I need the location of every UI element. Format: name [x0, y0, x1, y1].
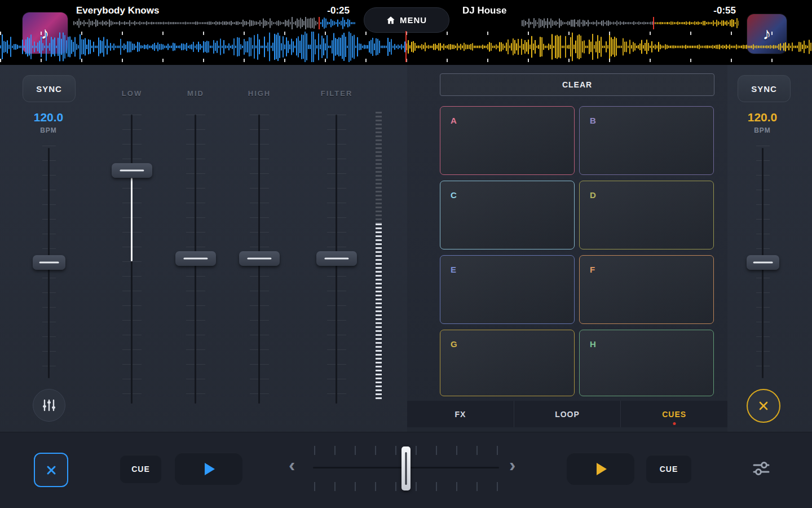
eq-label-mid: MID	[167, 89, 224, 98]
left-track-time: -0:25	[313, 5, 350, 16]
left-bpm-value: 120.0	[20, 111, 77, 124]
left-play-button[interactable]	[175, 453, 242, 485]
tab-cues[interactable]: CUES	[620, 401, 727, 427]
eq-mid-fader[interactable]	[175, 251, 216, 266]
left-close-button[interactable]	[34, 453, 68, 487]
crossfader-handle[interactable]	[401, 446, 411, 491]
pad-e[interactable]: E	[440, 255, 575, 324]
fx-tabs: FX LOOP CUES	[407, 401, 727, 427]
menu-label: MENU	[400, 15, 427, 25]
pad-h-label: H	[590, 339, 596, 349]
tab-fx[interactable]: FX	[407, 401, 514, 427]
eq-label-high: HIGH	[231, 89, 288, 98]
pad-d-label: D	[590, 190, 596, 200]
right-close-button[interactable]	[747, 389, 780, 423]
top-bar: ♪ Everybody Knows -0:25 MENU DJ House -0…	[0, 0, 812, 65]
crossfader[interactable]	[307, 440, 505, 497]
left-overview-playhead	[319, 17, 320, 29]
dj-app: ♪ Everybody Knows -0:25 MENU DJ House -0…	[0, 0, 812, 508]
eq-low-fader[interactable]	[112, 163, 152, 178]
play-icon	[597, 463, 607, 475]
pad-g-label: G	[451, 339, 457, 349]
eq-high-fader[interactable]	[239, 251, 280, 266]
left-volume-fader[interactable]	[33, 255, 65, 270]
tab-loop-label: LOOP	[555, 410, 580, 419]
pad-c[interactable]: C	[440, 181, 575, 249]
right-bpm-label: BPM	[734, 126, 791, 134]
menu-button[interactable]: MENU	[364, 7, 449, 33]
pad-b-label: B	[590, 116, 596, 125]
notification-dot	[673, 422, 676, 425]
left-mixer-button[interactable]	[33, 389, 65, 422]
mixer-icon	[42, 398, 56, 413]
tab-loop[interactable]: LOOP	[514, 401, 621, 427]
right-overview-playhead	[653, 17, 654, 29]
main-playhead	[405, 31, 407, 62]
eq-label-low: LOW	[104, 89, 160, 98]
left-bpm-label: BPM	[20, 126, 77, 134]
right-sync-button[interactable]: SYNC	[738, 75, 791, 102]
pad-f-label: F	[590, 265, 595, 274]
close-icon	[46, 465, 57, 476]
left-cue-button[interactable]: CUE	[120, 455, 161, 483]
eq-filter-fader[interactable]	[316, 251, 357, 266]
pad-d[interactable]: D	[579, 181, 714, 249]
right-volume-fader[interactable]	[747, 255, 779, 270]
right-cue-button[interactable]: CUE	[646, 455, 691, 483]
eq-low-value-line	[131, 178, 133, 261]
pad-e-label: E	[451, 265, 456, 274]
tab-cues-label: CUES	[662, 410, 686, 419]
settings-sliders-icon	[751, 458, 771, 479]
pad-a-label: A	[451, 116, 457, 125]
settings-button[interactable]	[748, 455, 775, 482]
pad-h[interactable]: H	[579, 330, 714, 396]
play-icon	[205, 463, 215, 475]
close-icon	[758, 401, 769, 411]
clear-button[interactable]: CLEAR	[440, 73, 714, 96]
left-sync-button[interactable]: SYNC	[23, 75, 76, 102]
pad-g[interactable]: G	[440, 330, 575, 396]
chevron-right-icon: ›	[509, 455, 515, 474]
pad-c-label: C	[451, 190, 457, 200]
right-play-button[interactable]	[567, 453, 634, 485]
pad-f[interactable]: F	[579, 255, 714, 324]
pad-a[interactable]: A	[440, 106, 575, 175]
chevron-left-icon: ‹	[289, 455, 295, 474]
left-overview-waveform[interactable]	[73, 17, 355, 29]
left-track-title: Everybody Knows	[76, 5, 159, 16]
level-meter-upper	[376, 112, 382, 224]
right-track-time: -0:55	[699, 5, 736, 16]
right-track-title: DJ House	[462, 5, 506, 16]
right-bpm-value: 120.0	[734, 111, 791, 124]
level-meter-lower	[376, 224, 382, 401]
right-overview-waveform[interactable]	[522, 17, 739, 29]
tab-fx-label: FX	[454, 410, 466, 419]
eq-label-filter: FILTER	[308, 89, 365, 98]
home-icon	[386, 16, 395, 25]
pad-b[interactable]: B	[579, 106, 714, 175]
